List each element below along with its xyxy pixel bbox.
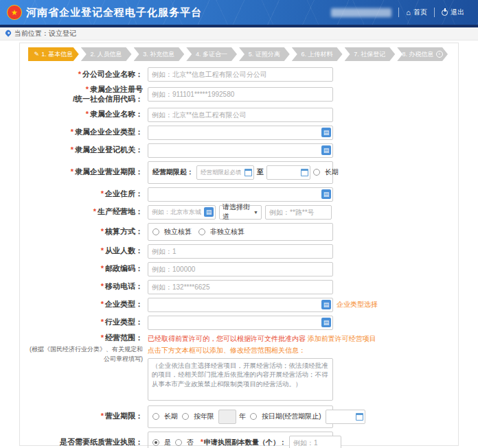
required-asterisk: * (101, 412, 104, 420)
term-years-input[interactable] (218, 410, 236, 424)
company-type-label: 企业类型： (105, 300, 143, 308)
field-row-parent-authority: *隶属企业登记机关： ▤ (27, 143, 451, 158)
tab-personnel-info[interactable]: 2. 人员信息 (81, 47, 132, 61)
street-select[interactable]: 请选择街道▼ (219, 205, 262, 220)
required-asterisk: * (78, 70, 81, 78)
picker-icon[interactable]: ▤ (321, 189, 331, 199)
parent-type-label: 隶属企业企业类型： (75, 128, 143, 136)
term-date-radio[interactable] (250, 413, 257, 420)
year-unit-label: 年 (239, 412, 246, 421)
picker-icon[interactable]: ▤ (321, 318, 331, 327)
field-row-branch-name: *分公司企业名称： (27, 67, 451, 82)
independent-accounting-radio[interactable] (152, 228, 159, 235)
required-asterisk: * (101, 246, 104, 255)
industry-type-input[interactable] (148, 316, 333, 330)
address-input[interactable] (148, 187, 333, 202)
paper-no-label: 否 (187, 438, 194, 447)
home-link[interactable]: ⌂ 首页 (398, 8, 434, 17)
app-header: ★ 河南省企业登记全程电子化服务平台 ⌂ 首页 退出 (0, 0, 478, 25)
picker-icon[interactable]: ▤ (321, 128, 331, 137)
copies-input[interactable] (289, 436, 341, 448)
picker-icon[interactable]: ▤ (321, 145, 331, 155)
parent-regno-label-2: /统一社会信用代码： (73, 95, 143, 103)
app-title: 河南省企业登记全程电子化服务平台 (26, 6, 202, 19)
parent-authority-input[interactable] (148, 143, 333, 158)
breadcrumb-value: 设立登记 (49, 29, 76, 38)
tab-multi-cert[interactable]: 4. 多证合一 (186, 47, 237, 61)
term-years-label: 按年限 (194, 412, 214, 421)
username-redacted (331, 8, 391, 17)
business-scope-note: (根据《国民经济行业分类》、有关规定和公司章程填写) (27, 345, 143, 364)
required-asterisk: * (86, 110, 89, 118)
paper-license-label: 是否需要纸质营业执照： (60, 438, 143, 446)
term-long-radio[interactable] (152, 413, 159, 420)
parent-type-input[interactable] (148, 126, 333, 140)
street-select-value: 请选择街道 (223, 202, 253, 222)
parent-term-longterm-radio[interactable] (313, 169, 320, 176)
tab-upload-materials[interactable]: 6. 上传材料 (292, 47, 343, 61)
field-row-parent-term: *隶属企业营业期限： 经营期限起： 至 长期 (27, 161, 451, 184)
paper-no-radio[interactable] (175, 439, 182, 446)
parent-term-group: 经营期限起： 至 长期 (148, 161, 333, 184)
paper-yes-radio[interactable] (152, 439, 159, 446)
power-icon (442, 10, 448, 16)
mobile-input[interactable] (148, 280, 333, 294)
business-scope-label: 经营范围： (105, 333, 143, 342)
tab-social-security[interactable]: 7. 社保登记 (345, 47, 396, 61)
non-independent-accounting-label: 非独立核算 (210, 227, 244, 237)
national-emblem-icon: ★ (7, 5, 22, 20)
business-scope-textarea[interactable]: （企业依法自主选择经营项目，开展经营活动；依法须经批准的项目，经相关部门批准后依… (148, 358, 333, 401)
calendar-icon[interactable] (356, 413, 363, 421)
field-row-company-type: *企业类型： ▤ 企业类型选择 (27, 298, 451, 312)
address-label: 企业住所： (105, 189, 143, 198)
business-term-group: 长期 按年限 年 按日期(经营期限止) (148, 405, 333, 428)
parent-name-label: 隶属企业名称： (90, 110, 143, 118)
pencil-icon: ✎ (34, 51, 40, 58)
employees-input[interactable] (148, 244, 333, 259)
term-years-radio[interactable] (182, 413, 189, 420)
postcode-input[interactable] (148, 262, 333, 276)
company-type-select-link[interactable]: 企业类型选择 (337, 300, 378, 309)
parent-term-longterm-label: 长期 (325, 167, 339, 177)
breadcrumb-label: 当前位置： (14, 29, 49, 38)
field-row-employees: *从业人数： (27, 244, 451, 259)
parent-regno-input[interactable] (148, 87, 333, 102)
field-row-industry-type: *行业类型： ▤ (27, 316, 451, 330)
picker-icon[interactable]: ▤ (321, 300, 331, 309)
calendar-icon[interactable] (244, 169, 252, 176)
logout-link[interactable]: 退出 (434, 8, 471, 17)
home-icon: ⌂ (406, 9, 411, 16)
tab-basic-info[interactable]: ✎ 1. 基本信息 (28, 47, 79, 61)
non-independent-accounting-radio[interactable] (198, 228, 205, 235)
branch-name-label: 分公司企业名称： (82, 70, 143, 78)
chevron-right-icon: › (436, 51, 443, 58)
field-row-accounting: *核算方式： 独立核算 非独立核算 (27, 223, 451, 241)
postcode-label: 邮政编码： (105, 264, 143, 272)
scope-tip-red: 已经取得前置许可的，您可以根据许可文件批准内容 添加前置许可经营项目 (148, 333, 376, 344)
picker-icon[interactable]: ▤ (204, 207, 214, 217)
road-input[interactable] (265, 205, 332, 220)
required-asterisk: * (101, 264, 104, 272)
step-tabs: ✎ 1. 基本信息 2. 人员信息 3. 补充信息 4. 多证合一 5. 证照分… (28, 47, 450, 61)
tab-supplement-info[interactable]: 3. 补充信息 (134, 47, 185, 61)
home-label: 首页 (413, 8, 427, 17)
company-type-input[interactable] (148, 298, 333, 312)
tab-cert-separation[interactable]: 5. 证照分离 (239, 47, 290, 61)
term-to-label: 至 (257, 167, 264, 177)
required-asterisk: * (71, 167, 73, 176)
employees-label: 从业人数： (105, 246, 143, 255)
accounting-group: 独立核算 非独立核算 (148, 223, 333, 241)
field-row-paper-license: 是否需要纸质营业执照： 是 否 *申请执照副本数量（个）： (27, 432, 451, 448)
parent-name-input[interactable] (148, 108, 333, 122)
parent-authority-label: 隶属企业登记机关： (75, 145, 143, 154)
field-row-business-scope: *经营范围： (根据《国民经济行业分类》、有关规定和公司章程填写) 已经取得前置… (27, 333, 451, 402)
chevron-down-icon: ▼ (253, 210, 258, 215)
tab-tax-info[interactable]: 8. 办税信息 › (397, 47, 448, 61)
field-row-postcode: *邮政编码： (27, 262, 451, 276)
paper-yes-label: 是 (164, 438, 171, 447)
field-row-business-place: *生产经营地： ▤ 请选择街道▼ (27, 205, 451, 220)
calendar-icon[interactable] (301, 169, 308, 176)
required-asterisk: * (71, 128, 73, 136)
branch-name-input[interactable] (148, 67, 333, 82)
add-prelicense-link[interactable]: 添加前置许可经营项目 (308, 335, 376, 342)
